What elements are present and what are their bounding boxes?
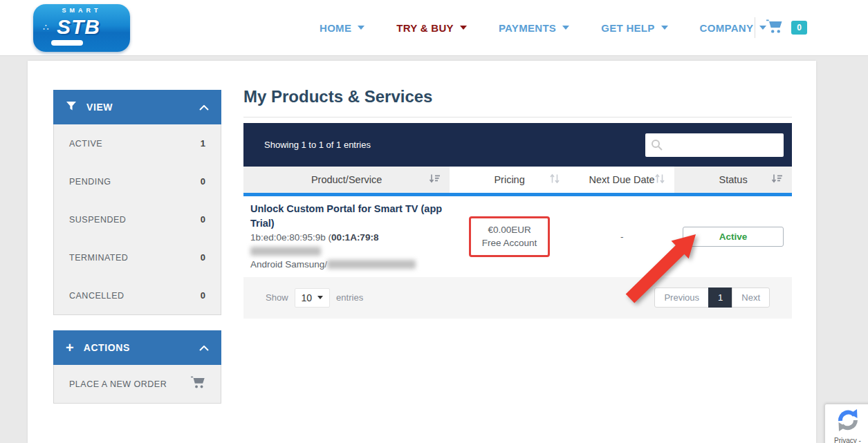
column-header-next-due-date[interactable]: Next Due Date — [569, 167, 674, 193]
redacted-text — [250, 247, 321, 256]
sidebar-item-label: TERMINATED — [69, 253, 128, 263]
table-toolbar: Showing 1 to 1 of 1 entries — [243, 123, 792, 167]
next-page-button[interactable]: Next — [732, 288, 770, 308]
logo-dash — [51, 40, 83, 46]
sidebar-item-suspended[interactable]: SUSPENDED 0 — [54, 200, 221, 238]
chevron-down-icon — [562, 26, 569, 30]
top-navbar: SMART ∴ STB HOME TRY & BUY PAYMENTS GET … — [0, 0, 868, 55]
sidebar-item-active[interactable]: ACTIVE 1 — [54, 124, 221, 162]
sort-both-icon — [549, 174, 560, 186]
show-label: Show — [266, 292, 288, 303]
column-label: Next Due Date — [589, 174, 655, 185]
pricing-cell: €0.00EUR Free Account — [450, 216, 569, 257]
chevron-down-icon — [661, 26, 668, 30]
red-highlight-box: €0.00EUR Free Account — [469, 216, 551, 257]
sort-both-icon — [654, 174, 665, 186]
column-header-product-service[interactable]: Product/Service — [243, 167, 450, 193]
mac-prefix: 1b:ed:0e:80:95:9b ( — [250, 232, 331, 243]
view-panel-header[interactable]: VIEW — [53, 90, 221, 124]
nav-label: COMPANY — [700, 22, 754, 34]
logo-main-text: STB — [57, 15, 100, 39]
next-due-date-cell: - — [569, 232, 674, 242]
chevron-down-icon — [317, 296, 323, 299]
view-panel: VIEW ACTIVE 1 PENDING 0 SUSPENDE — [53, 90, 221, 315]
chevron-down-icon — [460, 26, 467, 30]
entries-label: entries — [336, 292, 363, 303]
table-search — [645, 133, 784, 157]
sidebar-item-label: PENDING — [69, 177, 111, 187]
plus-icon: + — [66, 341, 74, 355]
page-title: My Products & Services — [243, 87, 792, 106]
nav-divider — [755, 17, 755, 38]
product-mac-line: 1b:ed:0e:80:95:9b (00:1A:79:8 — [250, 231, 445, 258]
nav-label: HOME — [320, 22, 351, 34]
column-label: Pricing — [494, 174, 524, 185]
chevron-down-icon — [358, 26, 364, 30]
search-icon — [651, 139, 663, 151]
column-label: Product/Service — [311, 174, 382, 185]
recaptcha-badge: Privacy - — [824, 404, 868, 443]
table-row: Unlock Custom Portal for Smart TV (app T… — [243, 196, 792, 277]
nav-item-get-help[interactable]: GET HELP — [601, 22, 667, 34]
product-device-line: Android Samsung/ — [250, 258, 445, 272]
sidebar-item-place-new-order[interactable]: PLACE A NEW ORDER — [54, 365, 221, 403]
actions-panel-header[interactable]: + ACTIONS — [53, 330, 221, 365]
nav-label: PAYMENTS — [499, 22, 556, 34]
table-footer: Show 10 entries Previous 1 Next — [243, 277, 792, 319]
pricing-plan: Free Account — [482, 236, 537, 250]
nav-item-home[interactable]: HOME — [320, 22, 364, 34]
search-input[interactable] — [666, 133, 780, 157]
sidebar-item-label: PLACE A NEW ORDER — [69, 379, 167, 389]
main-navigation: HOME TRY & BUY PAYMENTS GET HELP COMPANY — [320, 0, 766, 55]
sidebar-item-pending[interactable]: PENDING 0 — [54, 162, 221, 200]
cart-area: 0 — [755, 0, 807, 55]
sidebar-item-label: ACTIVE — [69, 139, 102, 149]
sidebar-item-cancelled[interactable]: CANCELLED 0 — [54, 276, 221, 314]
mac-bold: 00:1A:79:8 — [331, 232, 378, 243]
column-header-status[interactable]: Status — [674, 167, 792, 193]
recaptcha-icon — [835, 408, 860, 435]
smart-stb-logo[interactable]: SMART ∴ STB — [33, 4, 130, 52]
main-content: My Products & Services Showing 1 to 1 of… — [243, 87, 792, 319]
page-1-button[interactable]: 1 — [708, 288, 732, 308]
page-size-select[interactable]: 10 — [295, 288, 331, 308]
previous-page-button[interactable]: Previous — [654, 288, 709, 308]
column-label: Status — [719, 174, 748, 185]
cart-icon — [191, 376, 205, 392]
table-header-row: Product/Service Pricing — [243, 167, 792, 193]
actions-panel: + ACTIONS PLACE A NEW ORDER — [53, 330, 221, 404]
chevron-up-icon — [199, 101, 209, 113]
sidebar-item-label: CANCELLED — [69, 291, 124, 301]
cart-count-badge: 0 — [791, 21, 807, 35]
column-header-pricing[interactable]: Pricing — [450, 167, 569, 193]
sort-amount-icon — [771, 174, 783, 186]
product-name: Unlock Custom Portal for Smart TV (app T… — [250, 202, 445, 231]
sidebar-item-terminated[interactable]: TERMINATED 0 — [54, 238, 221, 276]
sidebar-item-count: 1 — [201, 138, 205, 149]
sidebar-item-count: 0 — [201, 214, 205, 225]
cart-icon — [766, 19, 783, 37]
screen: SMART ∴ STB HOME TRY & BUY PAYMENTS GET … — [0, 0, 868, 443]
nav-label: GET HELP — [601, 22, 654, 34]
recaptcha-privacy-link[interactable]: Privacy - — [834, 437, 861, 443]
nav-item-payments[interactable]: PAYMENTS — [499, 22, 569, 34]
view-panel-body: ACTIVE 1 PENDING 0 SUSPENDED 0 TERMINATE… — [53, 124, 221, 315]
content-card: VIEW ACTIVE 1 PENDING 0 SUSPENDE — [28, 61, 816, 443]
sidebar-item-count: 0 — [201, 252, 205, 263]
sidebar-item-count: 0 — [201, 290, 205, 301]
sidebar: VIEW ACTIVE 1 PENDING 0 SUSPENDE — [53, 90, 221, 404]
nav-label: TRY & BUY — [396, 22, 454, 34]
actions-panel-title: ACTIONS — [84, 342, 199, 353]
sort-amount-icon — [429, 174, 441, 186]
logo-dots: ∴ — [43, 22, 49, 32]
sidebar-item-count: 0 — [201, 176, 205, 187]
chevron-up-icon — [199, 341, 209, 354]
view-panel-title: VIEW — [86, 102, 199, 113]
cart-button[interactable]: 0 — [766, 19, 807, 37]
status-active-button[interactable]: Active — [683, 227, 784, 247]
pricing-amount: €0.00EUR — [482, 223, 537, 237]
nav-item-try-and-buy[interactable]: TRY & BUY — [396, 22, 467, 34]
status-cell: Active — [674, 227, 792, 247]
pagination: Previous 1 Next — [654, 288, 770, 308]
page-length-control: Show 10 entries — [266, 288, 363, 308]
